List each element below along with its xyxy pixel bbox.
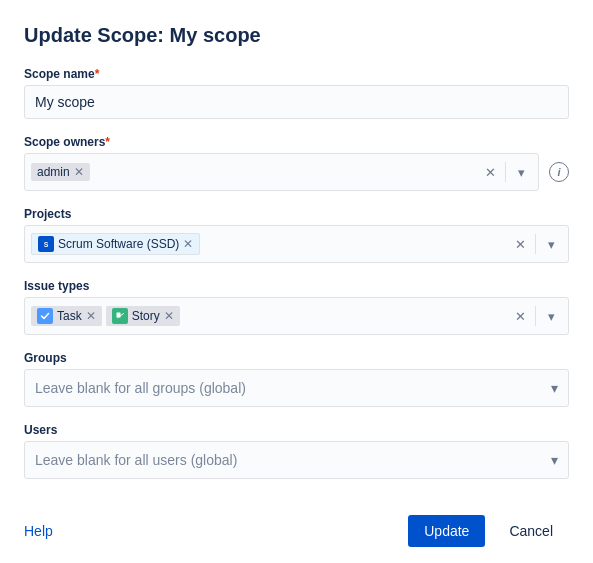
projects-field-group: Projects S Scrum Software (SSD) ✕ ✕	[24, 207, 569, 263]
chevron-down-icon: ▾	[548, 237, 555, 252]
project-tag-remove[interactable]: ✕	[183, 238, 193, 250]
issue-types-clear-button[interactable]: ✕	[509, 305, 531, 327]
owner-tag-remove[interactable]: ✕	[74, 166, 84, 178]
info-icon: i	[557, 166, 560, 178]
groups-dropdown[interactable]: Leave blank for all groups (global) ▾	[24, 369, 569, 407]
divider	[505, 162, 506, 182]
projects-field[interactable]: S Scrum Software (SSD) ✕ ✕ ▾	[24, 225, 569, 263]
divider	[535, 234, 536, 254]
groups-placeholder: Leave blank for all groups (global)	[35, 380, 551, 396]
svg-text:S: S	[44, 241, 49, 248]
divider	[535, 306, 536, 326]
project-tag-label: Scrum Software (SSD)	[58, 237, 179, 251]
owners-tags-container: admin ✕	[31, 163, 475, 181]
issue-types-label: Issue types	[24, 279, 569, 293]
chevron-down-icon: ▾	[551, 452, 558, 468]
clear-icon: ✕	[485, 165, 496, 180]
users-placeholder: Leave blank for all users (global)	[35, 452, 551, 468]
story-tag-remove[interactable]: ✕	[164, 310, 174, 322]
scope-owners-field-group: Scope owners* admin ✕ ✕ ▾	[24, 135, 569, 191]
story-tag-label: Story	[132, 309, 160, 323]
clear-icon: ✕	[515, 237, 526, 252]
scope-name-input[interactable]	[24, 85, 569, 119]
task-tag-remove[interactable]: ✕	[86, 310, 96, 322]
chevron-down-icon: ▾	[551, 380, 558, 396]
scope-owners-label: Scope owners*	[24, 135, 569, 149]
scope-owners-field[interactable]: admin ✕ ✕ ▾	[24, 153, 539, 191]
chevron-down-icon: ▾	[548, 309, 555, 324]
update-scope-dialog: Update Scope: My scope Scope name* Scope…	[0, 0, 593, 563]
issue-types-field[interactable]: Task ✕ Story ✕ ✕	[24, 297, 569, 335]
clear-icon: ✕	[515, 309, 526, 324]
required-indicator: *	[105, 135, 110, 149]
issue-types-dropdown-button[interactable]: ▾	[540, 305, 562, 327]
users-field-group: Users Leave blank for all users (global)…	[24, 423, 569, 479]
info-button[interactable]: i	[549, 162, 569, 182]
update-button[interactable]: Update	[408, 515, 485, 547]
owners-controls: ✕ ▾	[475, 161, 532, 183]
dialog-footer: Help Update Cancel	[24, 495, 569, 547]
groups-label: Groups	[24, 351, 569, 365]
task-tag-label: Task	[57, 309, 82, 323]
help-link[interactable]: Help	[24, 523, 53, 539]
projects-clear-button[interactable]: ✕	[509, 233, 531, 255]
task-icon	[37, 308, 53, 324]
scope-name-field-group: Scope name*	[24, 67, 569, 119]
owners-clear-button[interactable]: ✕	[479, 161, 501, 183]
required-indicator: *	[95, 67, 100, 81]
issue-types-controls: ✕ ▾	[505, 305, 562, 327]
users-dropdown[interactable]: Leave blank for all users (global) ▾	[24, 441, 569, 479]
owner-tag-admin: admin ✕	[31, 163, 90, 181]
scope-name-label: Scope name*	[24, 67, 569, 81]
issue-types-tags-container: Task ✕ Story ✕	[31, 306, 505, 326]
users-label: Users	[24, 423, 569, 437]
chevron-down-icon: ▾	[518, 165, 525, 180]
dialog-title: Update Scope: My scope	[24, 24, 569, 47]
issue-types-field-group: Issue types Task ✕	[24, 279, 569, 335]
issue-type-tag-task: Task ✕	[31, 306, 102, 326]
projects-controls: ✕ ▾	[505, 233, 562, 255]
projects-dropdown-button[interactable]: ▾	[540, 233, 562, 255]
owners-dropdown-button[interactable]: ▾	[510, 161, 532, 183]
projects-tags-container: S Scrum Software (SSD) ✕	[31, 233, 505, 255]
footer-actions: Update Cancel	[408, 515, 569, 547]
projects-label: Projects	[24, 207, 569, 221]
project-tag-ssd: S Scrum Software (SSD) ✕	[31, 233, 200, 255]
cancel-button[interactable]: Cancel	[493, 515, 569, 547]
owner-tag-label: admin	[37, 165, 70, 179]
story-icon	[112, 308, 128, 324]
groups-field-group: Groups Leave blank for all groups (globa…	[24, 351, 569, 407]
scrum-project-icon: S	[38, 236, 54, 252]
issue-type-tag-story: Story ✕	[106, 306, 180, 326]
